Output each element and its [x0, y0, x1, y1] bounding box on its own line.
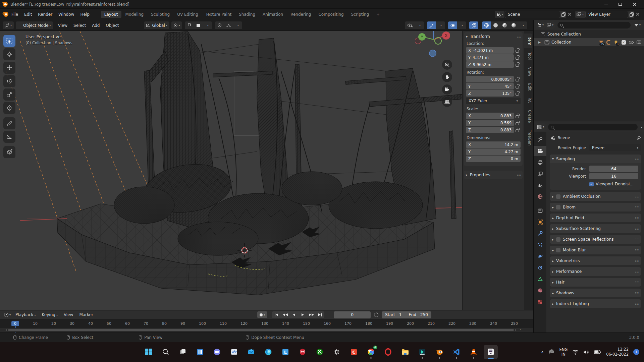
panel-ambient-occlusion[interactable]: Ambient Occlusion: [550, 192, 641, 201]
sidebar-tab-item[interactable]: Item: [524, 34, 532, 48]
viewport-samples-field[interactable]: 16: [589, 173, 638, 179]
location-x-lock[interactable]: [514, 48, 521, 53]
scene-browse-button[interactable]: [495, 11, 504, 18]
play-button[interactable]: [298, 311, 307, 318]
workspace-tab-texture-paint[interactable]: Texture Paint: [202, 11, 235, 18]
timeline-menu-playback[interactable]: Playback: [12, 311, 39, 318]
edge-button[interactable]: [261, 345, 275, 359]
workspace-tab-animation[interactable]: Animation: [259, 11, 286, 18]
disable-render-icon[interactable]: [637, 41, 641, 44]
tab-view-layer-properties[interactable]: [534, 169, 546, 179]
opera-button[interactable]: [381, 345, 395, 359]
snap-dropdown[interactable]: [203, 21, 212, 29]
jump-to-start-button[interactable]: [272, 311, 281, 318]
curve-filter-icon[interactable]: [606, 40, 611, 45]
tab-object-properties[interactable]: [534, 217, 546, 227]
view-layer-browse-button[interactable]: [575, 11, 585, 18]
ambient-occlusion-checkbox[interactable]: [556, 194, 560, 199]
tool-scale[interactable]: [3, 88, 15, 101]
close-button[interactable]: [627, 0, 641, 8]
dimensions-x-field[interactable]: X14.2 m: [466, 141, 521, 148]
blender-button[interactable]: [432, 345, 446, 359]
tab-modifier-properties[interactable]: [534, 229, 546, 238]
collapse-chevron-icon[interactable]: ‹: [520, 327, 521, 331]
rotation-y-lock[interactable]: [514, 84, 521, 88]
tab-physics-properties[interactable]: [534, 251, 546, 261]
search-button[interactable]: [159, 345, 173, 359]
tool-annotate[interactable]: [3, 117, 15, 129]
timeline-ruler[interactable]: 0 1020 3040 5060 7080 90100 110120 13014…: [0, 319, 533, 328]
maximize-button[interactable]: [613, 0, 627, 8]
timeline-menu-keying[interactable]: Keying: [39, 311, 61, 318]
outliner-editor-type-button[interactable]: [536, 21, 545, 29]
jump-to-end-button[interactable]: [316, 311, 324, 318]
sidebar-tab-create[interactable]: Create: [524, 107, 532, 126]
gizmo-dropdown[interactable]: [436, 21, 445, 29]
timeline-menu-view[interactable]: View: [61, 311, 76, 318]
bloom-checkbox[interactable]: [556, 205, 560, 209]
minimize-button[interactable]: [599, 0, 613, 8]
start-button[interactable]: [142, 345, 156, 359]
viewport-menu-add[interactable]: Add: [89, 22, 103, 29]
viewport-menu-view[interactable]: View: [55, 22, 70, 29]
dimensions-y-field[interactable]: Y4.27 m: [466, 148, 521, 155]
workspace-tab-rendering[interactable]: Rendering: [287, 11, 314, 18]
workspace-tab-scripting[interactable]: Scripting: [348, 11, 372, 18]
proportional-edit-toggle[interactable]: [215, 21, 224, 29]
workspace-tab-uv-editing[interactable]: UV Editing: [174, 11, 202, 18]
prev-keyframe-button[interactable]: [281, 311, 289, 318]
snap-toggle[interactable]: [185, 21, 194, 29]
tool-add-cube[interactable]: [3, 146, 15, 158]
file-explorer-button[interactable]: [398, 345, 412, 359]
end-frame-field[interactable]: End 250: [405, 311, 431, 318]
hide-eye-icon[interactable]: [629, 41, 634, 44]
notification-badge[interactable]: 1: [633, 349, 639, 355]
xray-toggle[interactable]: [469, 21, 478, 29]
drag-grip-icon[interactable]: [635, 259, 639, 263]
location-z-lock[interactable]: [514, 62, 521, 67]
zoom-button[interactable]: [442, 60, 452, 70]
chrome-button[interactable]: A: [364, 345, 378, 359]
tab-collection-properties[interactable]: [534, 206, 546, 216]
axis-neg-y[interactable]: [435, 38, 441, 44]
motion-blur-checkbox[interactable]: [556, 248, 560, 252]
tool-measure[interactable]: [3, 131, 15, 143]
outliner-search-input[interactable]: [557, 22, 631, 28]
tab-output-properties[interactable]: [534, 158, 546, 167]
shading-rendered-button[interactable]: [509, 21, 518, 29]
tab-texture-properties[interactable]: [534, 297, 546, 307]
tab-data-properties[interactable]: [534, 274, 546, 284]
overlays-dropdown[interactable]: [457, 21, 466, 29]
tool-select-box[interactable]: [3, 35, 15, 47]
view-layer-copy-button[interactable]: [628, 11, 634, 18]
drag-grip-icon[interactable]: [635, 216, 639, 220]
add-workspace-button[interactable]: +: [373, 11, 383, 18]
task-manager-button[interactable]: [227, 345, 241, 359]
show-hide-dropdown[interactable]: [415, 21, 424, 29]
sampling-panel-header[interactable]: Sampling: [550, 155, 641, 163]
scene-unlink-button[interactable]: [567, 11, 572, 18]
viewport-3d[interactable]: Object Mode View Select Add Object Globa…: [0, 20, 533, 310]
shading-dropdown[interactable]: [518, 21, 527, 29]
menu-edit[interactable]: Edit: [21, 11, 35, 18]
location-y-field[interactable]: Y4.371 m: [466, 54, 514, 61]
expand-arrow-icon[interactable]: ▶: [538, 41, 541, 44]
tab-world-properties[interactable]: [534, 192, 546, 201]
light-filter-icon[interactable]: 3: [614, 40, 618, 45]
render-samples-field[interactable]: 64: [589, 166, 638, 172]
settings-button[interactable]: [330, 345, 344, 359]
sidebar-tab-ra[interactable]: RA: [524, 95, 532, 106]
mode-dropdown[interactable]: Object Mode: [16, 21, 53, 29]
transform-orientation-dropdown[interactable]: Global: [144, 21, 169, 29]
ssr-checkbox[interactable]: [556, 237, 560, 242]
scene-copy-button[interactable]: [560, 11, 566, 18]
location-x-field[interactable]: X-4.3021 m: [466, 47, 514, 54]
view-layer-name-field[interactable]: View Layer: [585, 11, 628, 18]
current-frame-field[interactable]: 0: [334, 311, 371, 318]
panel-screen-space-reflections[interactable]: Screen Space Reflections: [550, 235, 641, 244]
properties-collapsed-panel[interactable]: Properties: [464, 171, 523, 179]
rotation-x-lock[interactable]: [514, 77, 521, 81]
next-keyframe-button[interactable]: [307, 311, 316, 318]
xbox-button[interactable]: [313, 345, 327, 359]
pan-button[interactable]: [442, 72, 452, 82]
